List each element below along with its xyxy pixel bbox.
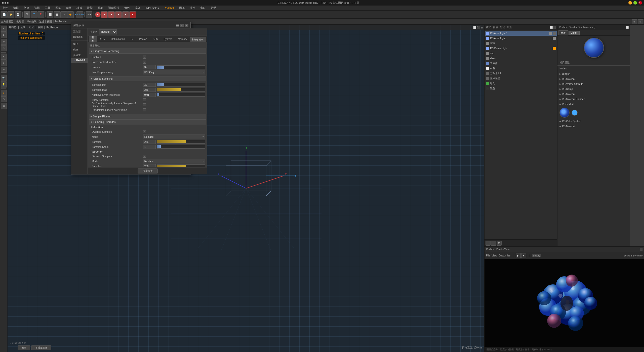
obj-vis3[interactable] (553, 47, 556, 50)
rs-render4-btn[interactable]: ● (115, 11, 122, 18)
samples-max-slider[interactable] (157, 88, 206, 92)
ds-redshift-settings[interactable]: ✓ Redshift (71, 58, 88, 63)
passes-input[interactable] (143, 65, 156, 69)
menu-xparticles[interactable]: X-Particles (144, 6, 160, 10)
renderer-dropdown[interactable]: Redshift Standard Physical (99, 29, 117, 34)
menu-motiontrack[interactable]: 运动跟踪 (107, 6, 120, 10)
maximize-btn[interactable]: □ (633, 1, 637, 5)
tab-sss[interactable]: SSS (150, 36, 161, 42)
obj-btn-group[interactable]: ⊞ (497, 241, 502, 246)
node-colorsplitter[interactable]: ▶ RS Color Splitter (558, 119, 629, 124)
tab-optimization[interactable]: Optimization (108, 36, 128, 42)
section-overrides[interactable]: ▼ Sampling Overrides (89, 119, 207, 124)
dialog-minimize[interactable]: — (176, 24, 179, 27)
refr-override-checkbox[interactable]: ✓ (143, 155, 146, 158)
layout-btn2[interactable]: ⊟ (638, 19, 643, 24)
rs-render-btn[interactable]: ● (95, 12, 101, 17)
save-btn[interactable]: 💾 (15, 11, 21, 18)
new-btn[interactable]: 📄 (1, 11, 8, 18)
tab-photon[interactable]: Photon (136, 36, 150, 42)
samples-min-input[interactable] (143, 83, 156, 87)
ds-output[interactable]: 输出 (71, 41, 88, 47)
rs-render3-btn[interactable]: ● (108, 11, 115, 18)
obj-item-white[interactable]: 白色 (485, 66, 557, 71)
obj-item-duo[interactable]: duo (485, 51, 557, 56)
lt-cam[interactable]: 📷 (1, 75, 7, 81)
cube-btn[interactable]: ⬜ (47, 11, 53, 18)
lt-move[interactable]: ✥ (1, 32, 7, 38)
rs-render2-btn[interactable]: ● (101, 11, 108, 18)
obj-item-cube[interactable]: 立方体 (485, 61, 557, 66)
scale-btn[interactable]: Z (37, 11, 44, 18)
node-rsmaterial2[interactable]: ▶ RS Material (558, 92, 629, 97)
rs-render5-btn[interactable]: ● (122, 11, 129, 18)
dialog-maximize[interactable]: □ (180, 24, 184, 27)
multipass-btn[interactable]: 多通道渲染 (31, 345, 51, 350)
close-btn[interactable]: ✕ (638, 1, 642, 5)
menu-mesh[interactable]: 网格 (54, 6, 62, 10)
obj-item-black[interactable]: 黑色 (485, 86, 557, 91)
refr-samples-slider[interactable] (157, 164, 206, 167)
obj-tab-layer[interactable]: 图层 (493, 26, 498, 29)
menu-help[interactable]: 帮助 (210, 6, 217, 10)
lt-paint[interactable]: S (1, 90, 7, 96)
obj-item-rsarealight1[interactable]: RS Area Light.1 (485, 31, 557, 36)
menu-file[interactable]: 文件 (2, 6, 9, 10)
shader-tab-editor[interactable]: Editor (569, 31, 580, 35)
passes-slider[interactable] (157, 65, 206, 69)
refl-scale-slider[interactable] (157, 145, 206, 149)
rv-mode-beauty[interactable]: Beauty (532, 254, 541, 257)
toolbar2-item4[interactable]: 过滤 (39, 20, 44, 23)
toolbar2-item6[interactable]: ProRender (55, 20, 67, 23)
obj-btn-del[interactable]: − (491, 241, 496, 246)
vp-tab-filter[interactable]: 过滤 (29, 26, 34, 29)
refl-override-checkbox[interactable]: ✓ (143, 130, 146, 133)
tab-aov[interactable]: AOV (97, 36, 108, 42)
obj-item-wanfen[interactable]: 万分之1.1 (485, 71, 557, 76)
menu-redshift[interactable]: Redshift (163, 6, 175, 10)
toolbar2-item3[interactable]: 样条曲线 (26, 20, 36, 23)
rv-fit[interactable]: Fit Window (631, 254, 642, 257)
toolbar2-item1[interactable]: 立方体图形 (1, 20, 14, 23)
refl-samples-slider[interactable] (157, 140, 206, 144)
shader-tab-material[interactable]: 材质 (558, 30, 568, 35)
samples-max-input[interactable] (143, 88, 156, 92)
refr-mode-dropdown[interactable]: Replace ▼ (143, 159, 206, 163)
rotate-btn[interactable]: Y (31, 11, 37, 18)
lt-magnet[interactable]: ⚲ (1, 60, 7, 66)
ds-multipass[interactable]: 多通道 (71, 53, 88, 58)
lt-light[interactable]: 💡 (1, 81, 7, 87)
vp-tab-display[interactable]: ProRender (46, 26, 58, 29)
lt-select[interactable]: ↖ (1, 26, 7, 32)
menu-fluid[interactable]: 流体 (134, 6, 141, 10)
vp-tab-motion[interactable]: 运动 (20, 26, 25, 29)
obj-tab-view[interactable]: 视图 (507, 26, 512, 29)
force-ipr-checkbox[interactable]: ✓ (143, 61, 146, 64)
lt-brush[interactable]: 🖌 (1, 67, 7, 73)
toolbar2-item5[interactable]: 视图 (47, 20, 52, 23)
refl-samples-input[interactable] (143, 140, 156, 144)
add-btn[interactable]: + (67, 11, 74, 18)
tab-system[interactable]: System (161, 36, 175, 42)
lt-sculpt[interactable]: ⬡ (1, 96, 7, 102)
node-vertexattr[interactable]: ▶ RS Vertex Attribute (558, 81, 629, 86)
menu-plugins[interactable]: 插件 (189, 6, 196, 10)
subtab-integration[interactable]: Integration (190, 37, 206, 42)
node-rsramp[interactable]: ▶ RS Ramp (558, 86, 629, 92)
move-btn[interactable]: X (24, 11, 30, 18)
show-samples-checkbox[interactable] (143, 98, 146, 101)
vp-tab-editor[interactable]: 编辑器 (9, 26, 17, 29)
sphere-btn[interactable]: ⬤ (54, 11, 60, 18)
obj-vis2[interactable] (553, 37, 556, 40)
vp-tab-view[interactable]: 视图 (38, 26, 43, 29)
obj-tab-filter[interactable]: 过滤 (500, 26, 505, 29)
rv-view[interactable]: View (492, 254, 497, 257)
rs-render6-btn[interactable]: ● (129, 11, 136, 18)
menu-render[interactable]: 渲染 (86, 6, 94, 10)
menu-window[interactable]: 窗口 (199, 6, 207, 10)
menu-script[interactable]: 脚本 (178, 6, 186, 10)
menu-animation[interactable]: 动画 (65, 6, 72, 10)
tab-gi[interactable]: GI (128, 36, 136, 42)
menu-sculpt[interactable]: 雕刻 (97, 6, 104, 10)
tab-basic[interactable]: 基本 (89, 36, 97, 42)
